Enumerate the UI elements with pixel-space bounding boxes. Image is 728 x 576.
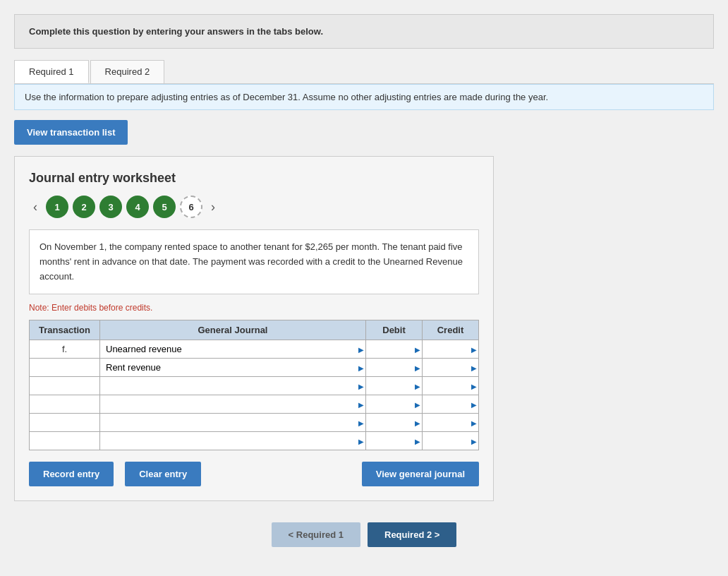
view-transaction-button[interactable]: View transaction list xyxy=(14,120,128,145)
credit-cell-4[interactable]: ▶ xyxy=(423,414,479,432)
prev-step-button[interactable]: ‹ xyxy=(29,198,42,216)
action-buttons: Record entry Clear entry View general jo… xyxy=(29,462,479,486)
header-credit: Credit xyxy=(423,320,479,340)
credit-cell-0[interactable]: ▶ xyxy=(423,340,479,359)
transaction-cell-2 xyxy=(30,377,100,395)
debit-cell-3[interactable]: ▶ xyxy=(366,395,423,414)
step-1[interactable]: 1 xyxy=(46,196,68,218)
table-row: ▶▶▶ xyxy=(30,359,479,377)
debit-input-3[interactable] xyxy=(366,395,422,413)
general-journal-cell-1[interactable]: ▶ xyxy=(100,359,366,377)
debit-input-4[interactable] xyxy=(366,414,422,431)
table-row: ▶▶▶ xyxy=(30,395,479,414)
view-general-journal-button[interactable]: View general journal xyxy=(362,462,479,486)
table-row: ▶▶▶ xyxy=(30,432,479,450)
step-navigation: ‹ 1 2 3 4 5 6 › xyxy=(29,196,479,218)
transaction-cell-5 xyxy=(30,432,100,450)
transaction-cell-3 xyxy=(30,395,100,414)
credit-cell-1[interactable]: ▶ xyxy=(423,359,479,377)
debit-cell-0[interactable]: ▶ xyxy=(366,340,423,359)
debit-input-1[interactable] xyxy=(366,359,422,376)
go-to-required2-button[interactable]: Required 2 > xyxy=(368,522,456,547)
credit-input-0[interactable] xyxy=(423,340,478,358)
debit-cell-5[interactable]: ▶ xyxy=(366,432,423,450)
tab-required1[interactable]: Required 1 xyxy=(14,60,89,83)
general-journal-cell-4[interactable]: ▶ xyxy=(100,414,366,432)
debit-cell-4[interactable]: ▶ xyxy=(366,414,423,432)
go-to-required1-button[interactable]: < Required 1 xyxy=(272,522,360,547)
credit-cell-3[interactable]: ▶ xyxy=(423,395,479,414)
general-journal-input-1[interactable] xyxy=(103,360,363,375)
transaction-cell-4 xyxy=(30,414,100,432)
debit-input-2[interactable] xyxy=(366,377,422,395)
step-6-current[interactable]: 6 xyxy=(180,196,202,218)
credit-input-4[interactable] xyxy=(423,414,478,431)
instruction-banner: Complete this question by entering your … xyxy=(14,14,714,49)
step-3[interactable]: 3 xyxy=(99,196,122,218)
general-journal-input-0[interactable] xyxy=(103,342,363,356)
step-2[interactable]: 2 xyxy=(73,196,95,218)
header-transaction: Transaction xyxy=(30,320,100,340)
general-journal-input-4[interactable] xyxy=(103,415,363,430)
general-journal-input-5[interactable] xyxy=(103,433,363,448)
entry-note: Note: Enter debits before credits. xyxy=(29,303,479,313)
general-journal-cell-3[interactable]: ▶ xyxy=(100,395,366,414)
table-row: f.▶▶▶ xyxy=(30,340,479,359)
debit-cell-2[interactable]: ▶ xyxy=(366,377,423,395)
step-5[interactable]: 5 xyxy=(153,196,176,218)
journal-table: Transaction General Journal Debit Credit… xyxy=(29,320,479,450)
general-journal-cell-0[interactable]: ▶ xyxy=(100,340,366,359)
worksheet-title: Journal entry worksheet xyxy=(29,171,479,186)
debit-cell-1[interactable]: ▶ xyxy=(366,359,423,377)
transaction-cell-0: f. xyxy=(30,340,100,359)
general-journal-input-3[interactable] xyxy=(103,397,363,412)
credit-input-2[interactable] xyxy=(423,377,478,395)
info-text: Use the information to prepare adjusting… xyxy=(25,92,548,102)
table-row: ▶▶▶ xyxy=(30,414,479,432)
info-bar: Use the information to prepare adjusting… xyxy=(14,84,714,110)
credit-cell-5[interactable]: ▶ xyxy=(423,432,479,450)
tabs-bar: Required 1 Required 2 xyxy=(14,60,714,84)
header-general-journal: General Journal xyxy=(100,320,366,340)
transaction-cell-1 xyxy=(30,359,100,377)
credit-input-5[interactable] xyxy=(423,432,478,450)
clear-entry-button[interactable]: Clear entry xyxy=(125,462,201,486)
credit-input-3[interactable] xyxy=(423,395,478,413)
tab-required2[interactable]: Required 2 xyxy=(90,60,165,83)
instruction-text: Complete this question by entering your … xyxy=(29,26,323,37)
debit-input-0[interactable] xyxy=(366,340,422,358)
general-journal-cell-2[interactable]: ▶ xyxy=(100,377,366,395)
header-debit: Debit xyxy=(366,320,423,340)
next-step-button[interactable]: › xyxy=(207,198,219,216)
general-journal-input-2[interactable] xyxy=(103,378,363,393)
record-entry-button[interactable]: Record entry xyxy=(29,462,114,486)
debit-input-5[interactable] xyxy=(366,432,422,450)
step-4[interactable]: 4 xyxy=(126,196,149,218)
credit-input-1[interactable] xyxy=(423,359,478,376)
table-row: ▶▶▶ xyxy=(30,377,479,395)
credit-cell-2[interactable]: ▶ xyxy=(423,377,479,395)
scenario-description: On November 1, the company rented space … xyxy=(29,229,479,294)
journal-entry-worksheet: Journal entry worksheet ‹ 1 2 3 4 5 6 › … xyxy=(14,156,494,501)
bottom-navigation: < Required 1 Required 2 > xyxy=(14,522,714,547)
general-journal-cell-5[interactable]: ▶ xyxy=(100,432,366,450)
